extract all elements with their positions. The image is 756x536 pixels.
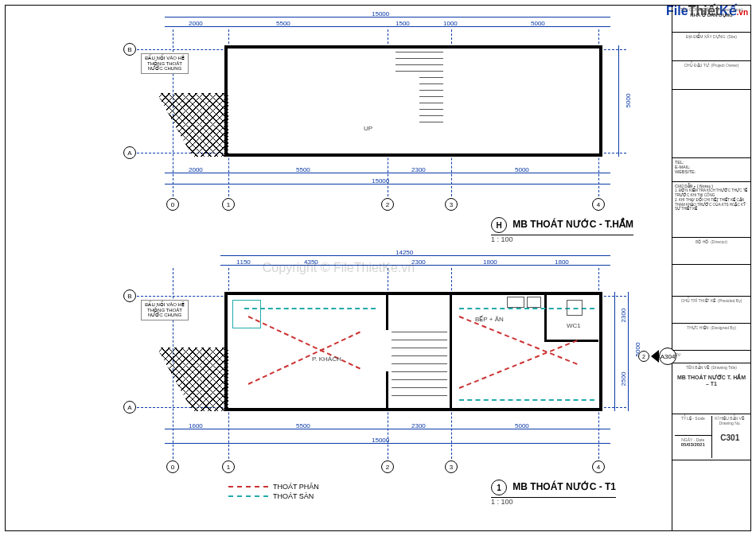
legend-line-san (228, 495, 268, 497)
grid-0: 0 (166, 198, 179, 211)
kitchen-fixture (507, 297, 524, 308)
legend: THOÁT PHÂN THOÁT SÀN (228, 481, 319, 502)
wc-fixture (567, 300, 583, 316)
grid-2: 2 (381, 198, 394, 211)
drawing-sheet: 15000 2000 5500 1500 1000 5000 0 1 2 3 4… (5, 5, 751, 531)
kitchen-sink (527, 297, 541, 308)
stair-basement (396, 52, 443, 127)
drain-note-bottom: ĐẤU NỐI VÀO HỆ THỐNG THOÁT NƯỚC CHUNG (141, 300, 189, 320)
plan-title-basement: H MB THOÁT NƯỚC - T.HẦM 1 : 100 (491, 217, 633, 243)
drawing-area: 15000 2000 5500 1500 1000 5000 0 1 2 3 4… (6, 6, 672, 530)
room-kitchen: BẾP + ĂN (475, 316, 504, 323)
presided-label: CHỦ TRÌ THIẾT KẾ: (Presided By) (675, 298, 748, 303)
site-label: ĐỊA ĐIỂM XÂY DỰNG: (Site) (675, 34, 748, 39)
room-wc: WC1 (567, 322, 581, 329)
grid-B: B (123, 43, 136, 56)
grid-1: 1 (222, 198, 235, 211)
designed-label: THỰC HIỆN: (Designed By) (675, 325, 748, 330)
grid-A: A (123, 146, 136, 159)
legend-line-phan (228, 486, 268, 487)
room-living: P. KHÁCH (312, 355, 341, 363)
grid-3: 3 (445, 198, 458, 211)
stair-up-label: UP (364, 125, 372, 132)
owner-label: CHỦ ĐẦU TƯ: (Project Owner) (675, 63, 748, 68)
fixture-box (232, 300, 261, 328)
director-label: BỘ HỒ: (Director) (675, 239, 748, 244)
plan-basement: 15000 2000 5500 1500 1000 5000 0 1 2 3 4… (125, 14, 634, 236)
drain-note-top: ĐẤU NỐI VÀO HỆ THỐNG THOÁT NƯỚC CHUNG (141, 53, 189, 74)
entry-hatch (157, 348, 228, 411)
project-name: NHÀ Ở DÂN DỤNG (675, 12, 748, 17)
title-block: TÊN CÔNG TRÌNH: (Project name) NHÀ Ở DÂN… (672, 6, 750, 530)
notes-text: 1. ĐƠN KIỂM TRA KÍCH THƯỚC THỰC TẾ TRƯỚC… (675, 188, 748, 212)
plan-title-floor1: 1 MB THOÁT NƯỚC - T1 1 : 100 (491, 480, 616, 506)
grid-4: 4 (592, 198, 605, 211)
drawing-number: C301 (712, 433, 749, 442)
contact-block: TEL: E-MAIL: WEBSITE: (672, 158, 750, 182)
dim-total-top: 15000 (372, 10, 389, 17)
date-value: 05/03/2021 (675, 442, 711, 447)
drawing-title: MB THOÁT NƯỚC T. HẦM – T1 (675, 375, 748, 386)
stair-floor1 (392, 332, 447, 403)
section-ref: 2 A304 (638, 348, 676, 365)
plan-floor1: 14250 1150 4350 2300 1800 1800 0 1 2 3 4… (125, 252, 634, 515)
ramp-hatch (157, 93, 228, 157)
